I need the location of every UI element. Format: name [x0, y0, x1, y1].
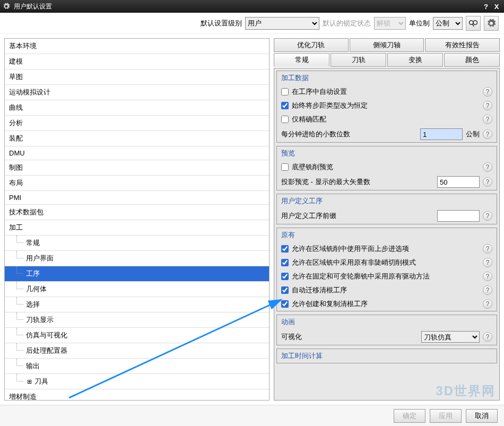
group-title: 用户定义工序 — [277, 194, 497, 208]
level-select[interactable]: 用户 — [245, 17, 319, 30]
tree-item[interactable]: 增材制造 — [5, 389, 269, 401]
tree-child[interactable]: 刀轨显示 — [5, 312, 269, 328]
settings-scroll[interactable]: 加工数据 在工序中自动设置? 始终将步距类型改为恒定? 仅精确匹配? 每分钟进给… — [274, 68, 500, 401]
tab-toolpath[interactable]: 刀轨 — [331, 53, 386, 67]
expand-icon[interactable]: ⊞ — [26, 378, 32, 385]
group-animation: 动画 可视化刀轨仿真? — [276, 315, 497, 345]
tree-child[interactable]: ⊞刀具 — [5, 374, 269, 389]
tree-item[interactable]: 基本环境 — [5, 39, 269, 54]
tree-item[interactable]: PMI — [5, 191, 269, 205]
cb-exact-match[interactable] — [281, 116, 289, 123]
group-time-calc: 加工时间计算 — [276, 349, 497, 363]
tab-validity[interactable]: 有效性报告 — [425, 38, 500, 52]
svg-point-1 — [473, 20, 477, 24]
apply-button: 应用 — [430, 409, 462, 423]
group-title: 加工时间计算 — [277, 349, 497, 363]
tree-child[interactable]: 输出 — [5, 359, 269, 374]
tree-child[interactable]: 用户界面 — [5, 251, 269, 266]
lock-label: 默认的锁定状态 — [323, 19, 371, 28]
cancel-button[interactable]: 取消 — [466, 409, 498, 423]
tree-item[interactable]: DMU — [5, 146, 269, 160]
cb-auto-set[interactable] — [281, 88, 289, 95]
tree-item[interactable]: 制图 — [5, 160, 269, 176]
input-prefix[interactable] — [437, 210, 480, 222]
tree-child[interactable]: 选择 — [5, 297, 269, 312]
help-button[interactable]: ? — [481, 3, 491, 11]
tree-child[interactable]: 常规 — [5, 236, 269, 251]
window-title: 用户默认设置 — [14, 2, 481, 11]
group-user-defined: 用户定义工序 用户定义工序前缀? — [276, 194, 497, 224]
help-icon[interactable]: ? — [483, 285, 492, 295]
tree-item[interactable]: 加工 — [5, 220, 269, 236]
svg-line-2 — [473, 24, 474, 27]
titlebar: 用户默认设置 ? X — [0, 0, 504, 13]
help-icon[interactable]: ? — [483, 177, 492, 187]
close-button[interactable]: X — [491, 3, 502, 11]
group-title: 加工数据 — [277, 71, 497, 85]
search-icon[interactable] — [466, 16, 481, 31]
cb-legacy-5[interactable] — [281, 300, 289, 308]
group-preview: 预览 底壁铣削预览? 投影预览 - 显示的最大矢量数? — [276, 146, 497, 190]
tab-general[interactable]: 常规 — [274, 53, 329, 67]
group-title: 预览 — [277, 146, 497, 160]
tree-child[interactable]: 几何体 — [5, 282, 269, 297]
help-icon[interactable]: ? — [483, 332, 492, 342]
help-icon[interactable]: ? — [483, 87, 492, 97]
group-title: 动画 — [277, 315, 497, 329]
tree-item[interactable]: 装配 — [5, 131, 269, 146]
help-icon[interactable]: ? — [483, 162, 492, 172]
help-icon[interactable]: ? — [483, 299, 492, 309]
unit-label: 单位制 — [409, 19, 430, 28]
svg-point-0 — [470, 20, 474, 24]
cb-legacy-1[interactable] — [281, 245, 289, 253]
gear-icon — [2, 2, 11, 11]
cb-floor-preview[interactable] — [281, 163, 289, 171]
tab-optimize[interactable]: 优化刀轨 — [274, 38, 349, 52]
group-title: 原有 — [277, 228, 497, 242]
help-icon[interactable]: ? — [483, 211, 492, 221]
group-machining-data: 加工数据 在工序中自动设置? 始终将步距类型改为恒定? 仅精确匹配? 每分钟进给… — [276, 71, 497, 143]
cb-legacy-4[interactable] — [281, 286, 289, 294]
right-panel: 优化刀轨 侧倾刀轴 有效性报告 常规 刀轨 变换 颜色 加工数据 在工序中自动设… — [274, 38, 500, 401]
help-icon[interactable]: ? — [483, 129, 492, 139]
group-legacy: 原有 允许在区域铣削中使用平面上步进选项? 允许在区域铣中采用原有非陡峭切削模式… — [276, 228, 497, 311]
select-visualization[interactable]: 刀轨仿真 — [421, 331, 480, 343]
unit-select[interactable]: 公制 — [433, 17, 463, 30]
tree-item[interactable]: 建模 — [5, 54, 269, 69]
tree-item[interactable]: 布局 — [5, 176, 269, 191]
tab-color[interactable]: 颜色 — [444, 53, 500, 67]
cb-legacy-3[interactable] — [281, 273, 289, 280]
settings-icon[interactable] — [484, 16, 499, 31]
lock-select: 解锁 — [374, 17, 406, 30]
ok-button: 确定 — [394, 409, 425, 423]
input-max-vectors[interactable] — [437, 176, 480, 188]
footer: 确定 应用 取消 — [0, 405, 504, 426]
help-icon[interactable]: ? — [483, 258, 492, 267]
tree-item[interactable]: 运动模拟设计 — [5, 85, 269, 100]
toolbar: 默认设置级别 用户 默认的锁定状态 解锁 单位制 公制 — [0, 13, 504, 34]
help-icon[interactable]: ? — [483, 115, 492, 124]
tree-panel[interactable]: 基本环境 建模 草图 运动模拟设计 曲线 分析 装配 DMU 制图 布局 PMI… — [4, 38, 270, 401]
tab-tilt[interactable]: 侧倾刀轴 — [350, 38, 424, 52]
tab-transform[interactable]: 变换 — [387, 53, 443, 67]
tree-child[interactable]: 后处理配置器 — [5, 343, 269, 359]
help-icon[interactable]: ? — [483, 101, 492, 110]
help-icon[interactable]: ? — [483, 244, 492, 254]
input-decimal-places[interactable] — [420, 128, 463, 140]
tree-child-selected[interactable]: 工序 — [5, 266, 269, 282]
tree-item[interactable]: 技术数据包 — [5, 205, 269, 220]
tree-item[interactable]: 草图 — [5, 69, 269, 85]
help-icon[interactable]: ? — [483, 272, 492, 281]
tree-item[interactable]: 曲线 — [5, 100, 269, 116]
tree-item[interactable]: 分析 — [5, 116, 269, 131]
cb-legacy-2[interactable] — [281, 259, 289, 266]
tree-child[interactable]: 仿真与可视化 — [5, 328, 269, 343]
level-label: 默认设置级别 — [201, 19, 242, 28]
cb-stepover-constant[interactable] — [281, 102, 289, 109]
